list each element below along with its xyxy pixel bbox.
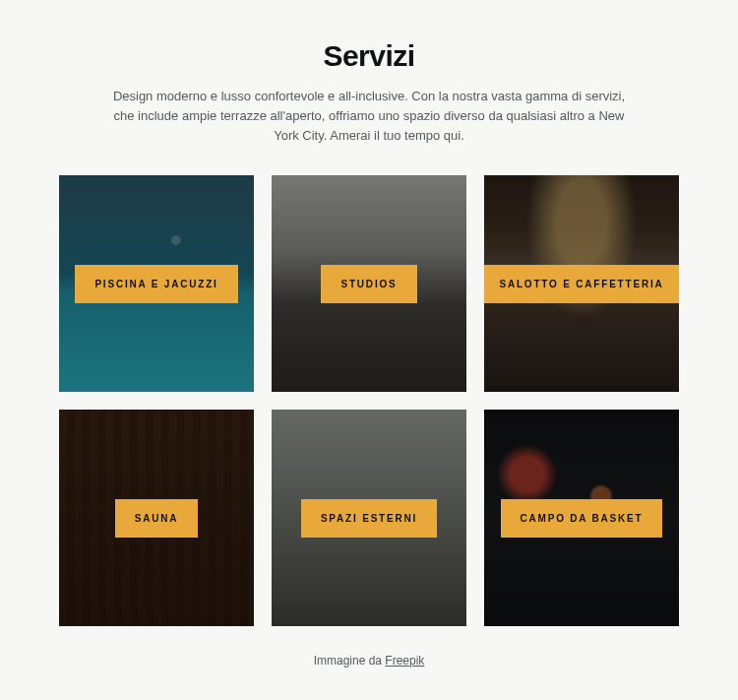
service-label: SPAZI ESTERNI <box>301 499 437 538</box>
image-credit: Immagine da Freepik <box>314 654 425 668</box>
credit-link[interactable]: Freepik <box>385 654 424 668</box>
service-label: SALOTTO E CAFFETTERIA <box>484 265 679 303</box>
services-grid: PISCINA E JACUZZI STUDIOS SALOTTO E CAFF… <box>59 175 679 626</box>
service-card-pool[interactable]: PISCINA E JACUZZI <box>59 175 254 392</box>
service-card-sauna[interactable]: SAUNA <box>59 410 254 626</box>
service-card-studios[interactable]: STUDIOS <box>272 175 466 392</box>
page-description: Design moderno e lusso confortevole e al… <box>103 87 635 146</box>
credit-prefix: Immagine da <box>314 654 386 668</box>
service-card-basketball[interactable]: CAMPO DA BASKET <box>484 410 679 626</box>
service-label: CAMPO DA BASKET <box>501 499 663 538</box>
service-label: SAUNA <box>115 499 199 538</box>
service-card-outdoor[interactable]: SPAZI ESTERNI <box>272 410 466 626</box>
service-card-lounge[interactable]: SALOTTO E CAFFETTERIA <box>484 175 679 392</box>
service-label: STUDIOS <box>321 265 416 303</box>
service-label: PISCINA E JACUZZI <box>75 265 237 303</box>
page-title: Servizi <box>323 39 414 73</box>
